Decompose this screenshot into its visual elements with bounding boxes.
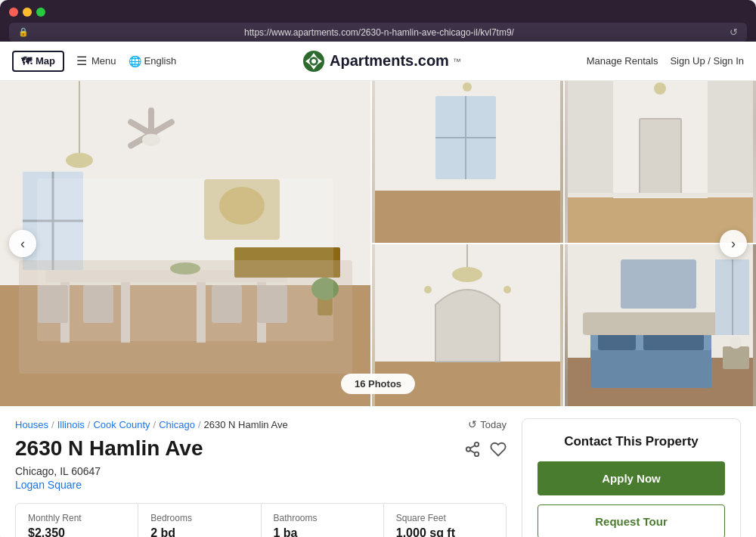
- photo-gallery: ‹ › 16 Photos: [0, 81, 756, 406]
- svg-point-27: [311, 278, 339, 300]
- stat-rent-label: Monthly Rent: [28, 513, 125, 523]
- stat-rent: Monthly Rent $2,350: [16, 504, 138, 537]
- svg-rect-11: [45, 270, 287, 282]
- stat-bedrooms-label: Bedrooms: [150, 513, 248, 523]
- stat-sqft-label: Square Feet: [396, 513, 494, 523]
- request-tour-button[interactable]: Request Tour: [538, 504, 725, 537]
- contact-title: Contact This Property: [538, 434, 725, 449]
- map-icon: 🗺: [21, 55, 32, 67]
- svg-line-69: [470, 445, 475, 449]
- photo-cell-2[interactable]: [565, 81, 756, 243]
- share-icon: [464, 441, 481, 458]
- photo-count-badge[interactable]: 16 Photos: [341, 374, 415, 394]
- stat-sqft: Square Feet 1,000 sq ft: [384, 504, 506, 537]
- breadcrumb-sep-3: /: [153, 419, 156, 430]
- breadcrumb-chicago[interactable]: Chicago: [159, 419, 195, 430]
- svg-rect-2: [0, 278, 370, 406]
- svg-point-67: [475, 452, 479, 457]
- svg-point-30: [66, 153, 93, 168]
- property-title: 2630 N Hamlin Ave: [15, 436, 203, 461]
- photo-1-svg: [372, 81, 563, 243]
- stat-bedrooms: Bedrooms 2 bd: [138, 504, 261, 537]
- svg-rect-59: [583, 312, 719, 335]
- photo-cell-1[interactable]: [372, 81, 563, 243]
- browser-window-controls: [9, 8, 747, 17]
- svg-rect-43: [568, 193, 753, 197]
- svg-rect-14: [121, 282, 130, 343]
- stat-bathrooms-label: Bathrooms: [274, 513, 371, 523]
- language-label: English: [144, 55, 177, 67]
- browser-refresh-icon[interactable]: ↺: [730, 26, 738, 38]
- logo-sup: ™: [453, 57, 461, 66]
- stats-row: Monthly Rent $2,350 Bedrooms 2 bd Bathro…: [15, 503, 507, 537]
- logo[interactable]: Apartments.com™: [176, 49, 587, 73]
- menu-button[interactable]: ☰ Menu: [76, 54, 116, 68]
- address-bar[interactable]: 🔒 https://www.apartments.com/2630-n-haml…: [9, 23, 747, 42]
- manage-rentals-link[interactable]: Manage Rentals: [587, 55, 658, 67]
- heart-icon: [490, 441, 507, 458]
- listing-info: Houses / Illinois / Cook County / Chicag…: [15, 418, 507, 537]
- svg-point-37: [463, 82, 472, 92]
- language-button[interactable]: 🌐 English: [129, 55, 177, 67]
- breadcrumb: Houses / Illinois / Cook County / Chicag…: [15, 418, 507, 430]
- photo-2-svg: [565, 81, 756, 243]
- breadcrumb-updated: ↺ Today: [468, 418, 507, 430]
- nav-right: Manage Rentals Sign Up / Sign In: [587, 55, 744, 67]
- svg-point-22: [219, 187, 265, 225]
- svg-rect-32: [375, 187, 560, 243]
- nav-bar: 🗺 Map ☰ Menu 🌐 English Apartments.com™: [0, 42, 756, 81]
- breadcrumb-houses[interactable]: Houses: [15, 419, 48, 430]
- svg-rect-13: [257, 282, 266, 343]
- share-button[interactable]: [464, 441, 481, 462]
- content-area: Houses / Illinois / Cook County / Chicag…: [0, 406, 756, 537]
- svg-rect-4: [0, 81, 370, 285]
- left-arrow-icon: ‹: [20, 236, 25, 252]
- svg-rect-41: [640, 119, 681, 194]
- stat-rent-value: $2,350: [28, 526, 125, 537]
- maximize-button[interactable]: [36, 8, 45, 17]
- svg-point-51: [503, 286, 511, 293]
- stat-sqft-value: 1,000 sq ft: [396, 526, 494, 537]
- svg-rect-15: [197, 282, 206, 343]
- main-photo-svg: [0, 81, 370, 406]
- url-text: https://www.apartments.com/2630-n-hamlin…: [35, 27, 723, 38]
- photo-4-svg: [565, 244, 756, 406]
- browser-chrome: 🔒 https://www.apartments.com/2630-n-haml…: [0, 0, 756, 42]
- logo-text: Apartments.com: [330, 52, 449, 70]
- sign-up-in-link[interactable]: Sign Up / Sign In: [670, 55, 744, 67]
- svg-rect-60: [621, 259, 696, 309]
- breadcrumb-illinois[interactable]: Illinois: [57, 419, 85, 430]
- breadcrumb-address: 2630 N Hamlin Ave: [204, 419, 288, 430]
- svg-point-10: [142, 134, 160, 146]
- lock-icon: 🔒: [18, 27, 29, 37]
- menu-label: Menu: [91, 55, 116, 67]
- stat-bedrooms-value: 2 bd: [150, 526, 248, 537]
- svg-rect-17: [83, 285, 113, 323]
- svg-rect-21: [204, 179, 280, 240]
- minimize-button[interactable]: [23, 8, 32, 17]
- neighborhood-link[interactable]: Logan Square: [15, 479, 507, 491]
- apply-now-button[interactable]: Apply Now: [538, 461, 725, 495]
- breadcrumb-cook-county[interactable]: Cook County: [93, 419, 150, 430]
- svg-point-50: [424, 286, 432, 293]
- gallery-next-arrow[interactable]: ›: [720, 230, 747, 257]
- svg-rect-16: [38, 285, 68, 323]
- photo-count-label: 16 Photos: [355, 378, 401, 390]
- svg-point-65: [475, 442, 479, 447]
- svg-rect-18: [212, 285, 242, 323]
- svg-point-49: [452, 267, 482, 282]
- nav-left: 🗺 Map ☰ Menu 🌐 English: [12, 51, 176, 72]
- favorite-button[interactable]: [490, 441, 507, 462]
- stat-bathrooms: Bathrooms 1 ba: [262, 504, 384, 537]
- page-wrapper: 🗺 Map ☰ Menu 🌐 English Apartments.com™: [0, 42, 756, 537]
- photo-cell-4[interactable]: [565, 244, 756, 406]
- hamburger-icon: ☰: [76, 54, 87, 68]
- main-photo[interactable]: [0, 81, 370, 406]
- map-button[interactable]: 🗺 Map: [12, 51, 64, 72]
- map-label: Map: [36, 55, 55, 67]
- close-button[interactable]: [9, 8, 18, 17]
- property-actions: [464, 441, 507, 462]
- stat-bathrooms-value: 1 ba: [274, 526, 371, 537]
- property-address: Chicago, IL 60647: [15, 465, 507, 477]
- gallery-prev-arrow[interactable]: ‹: [9, 230, 36, 257]
